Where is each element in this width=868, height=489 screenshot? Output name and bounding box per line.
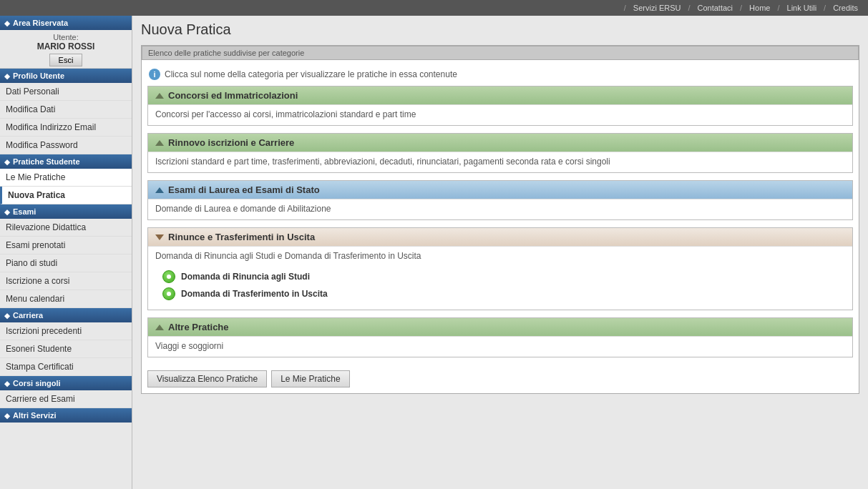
nav-home[interactable]: Home: [745, 4, 774, 12]
cat-title-altre: Altre Pratiche: [168, 322, 229, 332]
cat-title-esami: Esami di Laurea ed Esami di Stato: [168, 184, 320, 195]
cat-title-rinnovo: Rinnovo iscrizioni e Carriere: [168, 137, 294, 148]
nav-link-utili[interactable]: Link Utili: [783, 4, 821, 12]
sidebar-item-stampa-certificati[interactable]: Stampa Certificati: [0, 358, 132, 376]
sidebar-pratiche-header: ◆ Pratiche Studente: [0, 154, 132, 169]
visualizza-elenco-button[interactable]: Visualizza Elenco Pratiche: [147, 370, 267, 387]
sidebar-carriera-header: ◆ Carriera: [0, 308, 132, 322]
category-concorsi: Concorsi ed Immatricolazioni Concorsi pe…: [147, 86, 853, 126]
sidebar-item-modifica-password[interactable]: Modifica Password: [0, 137, 132, 154]
sidebar-item-iscrizione-corsi[interactable]: Iscrizione a corsi: [0, 272, 132, 290]
cat-title-rinunce: Rinunce e Trasferimenti in Uscita: [168, 232, 315, 242]
cat-desc-altre: Viaggi e soggiorni: [148, 336, 852, 357]
info-text: Clicca sul nome della categoria per visu…: [165, 69, 457, 79]
utente-label: Utente:: [3, 33, 129, 41]
rinunce-item-rinuncia[interactable]: Domanda di Rinuncia agli Studi: [162, 268, 845, 285]
category-altre: Altre Pratiche Viaggi e soggiorni: [147, 317, 853, 357]
sidebar-corsi-header: ◆ Corsi singoli: [0, 376, 132, 390]
sidebar-item-carriere-esami[interactable]: Carriere ed Esami: [0, 390, 132, 408]
sidebar-item-le-mie-pratiche[interactable]: Le Mie Pratiche: [0, 169, 132, 187]
bullet-icon: ◆: [4, 19, 10, 27]
le-mie-pratiche-button[interactable]: Le Mie Pratiche: [271, 370, 349, 387]
cat-header-concorsi[interactable]: Concorsi ed Immatricolazioni: [148, 87, 852, 104]
triangle-down-icon-rinunce: [155, 234, 164, 240]
rinunce-item-trasferimento[interactable]: Domanda di Trasferimento in Uscita: [162, 285, 845, 302]
sidebar-user-box: Utente: MARIO ROSSI Esci: [0, 30, 132, 69]
nav-sep-4: /: [824, 4, 826, 12]
sidebar-item-esoneri-studente[interactable]: Esoneri Studente: [0, 340, 132, 358]
sidebar-esami-header: ◆ Esami: [0, 204, 132, 219]
category-box-header: Elenco delle pratiche suddivise per cate…: [142, 46, 859, 60]
sidebar-item-menu-calendari[interactable]: Menu calendari: [0, 290, 132, 308]
sidebar-altri-header: ◆ Altri Servizi: [0, 408, 132, 423]
green-circle-icon-rinuncia: [162, 270, 175, 283]
cat-desc-concorsi: Concorsi per l'accesso ai corsi, immatri…: [148, 104, 852, 125]
info-icon: i: [149, 69, 160, 80]
page-title: Nuova Pratica: [141, 21, 859, 38]
nav-credits[interactable]: Credits: [829, 4, 862, 12]
category-rinnovo: Rinnovo iscrizioni e Carriere Iscrizioni…: [147, 133, 853, 173]
user-name: MARIO ROSSI: [3, 41, 129, 51]
main-content: Nuova Pratica Elenco delle pratiche sudd…: [132, 16, 868, 489]
cat-header-esami-laurea[interactable]: Esami di Laurea ed Esami di Stato: [148, 181, 852, 199]
cat-desc-esami: Domande di Laurea e domande di Abilitazi…: [148, 199, 852, 219]
nav-sep-1: /: [688, 4, 690, 12]
sidebar-item-nuova-pratica[interactable]: Nuova Pratica: [0, 187, 132, 204]
sidebar-item-modifica-dati[interactable]: Modifica Dati: [0, 101, 132, 119]
triangle-up-icon-rinnovo: [155, 140, 164, 146]
triangle-up-icon-concorsi: [155, 93, 164, 99]
cat-header-altre[interactable]: Altre Pratiche: [148, 318, 852, 336]
cat-header-rinunce[interactable]: Rinunce e Trasferimenti in Uscita: [148, 228, 852, 246]
sidebar: ◆ Area Riservata Utente: MARIO ROSSI Esc…: [0, 16, 132, 489]
category-rinunce: Rinunce e Trasferimenti in Uscita Domand…: [147, 227, 853, 310]
sidebar-area-label: Area Riservata: [13, 19, 68, 27]
exit-button[interactable]: Esci: [49, 54, 83, 66]
nav-sep-0: /: [624, 4, 626, 12]
bottom-buttons: Visualizza Elenco Pratiche Le Mie Pratic…: [142, 365, 859, 393]
info-row: i Clicca sul nome della categoria per vi…: [142, 64, 859, 86]
cat-header-rinnovo[interactable]: Rinnovo iscrizioni e Carriere: [148, 134, 852, 152]
cat-desc-rinnovo: Iscrizioni standard e part time, trasfer…: [148, 152, 852, 172]
nav-contattaci[interactable]: Contattaci: [693, 4, 738, 12]
trasferimento-label: Domanda di Trasferimento in Uscita: [181, 289, 328, 299]
sidebar-item-piano-studi[interactable]: Piano di studi: [0, 255, 132, 272]
cat-title-concorsi: Concorsi ed Immatricolazioni: [168, 90, 298, 101]
rinunce-items-list: Domanda di Rinuncia agli Studi Domanda d…: [148, 265, 852, 310]
triangle-up-icon-esami: [155, 187, 164, 193]
cat-desc-rinunce: Domanda di Rinuncia agli Studi e Domanda…: [148, 246, 852, 265]
nav-sep-3: /: [777, 4, 779, 12]
green-circle-icon-trasferimento: [162, 287, 175, 300]
sidebar-area-riservata-header: ◆ Area Riservata: [0, 16, 132, 30]
triangle-up-icon-altre: [155, 325, 164, 330]
nav-sep-2: /: [740, 4, 742, 12]
sidebar-item-esami-prenotati[interactable]: Esami prenotati: [0, 237, 132, 255]
sidebar-item-rilevazione-didattica[interactable]: Rilevazione Didattica: [0, 219, 132, 237]
sidebar-profilo-header: ◆ Profilo Utente: [0, 69, 132, 83]
rinuncia-studi-label: Domanda di Rinuncia agli Studi: [181, 272, 310, 282]
top-navigation: / Servizi ERSU / Contattaci / Home / Lin…: [0, 0, 868, 16]
nav-servizi-ersu[interactable]: Servizi ERSU: [629, 4, 686, 12]
sidebar-item-dati-personali[interactable]: Dati Personali: [0, 83, 132, 101]
category-esami-laurea: Esami di Laurea ed Esami di Stato Domand…: [147, 180, 853, 220]
sidebar-item-modifica-email[interactable]: Modifica Indirizzo Email: [0, 119, 132, 137]
category-box: Elenco delle pratiche suddivise per cate…: [141, 45, 859, 394]
sidebar-item-iscrizioni-precedenti[interactable]: Iscrizioni precedenti: [0, 322, 132, 340]
